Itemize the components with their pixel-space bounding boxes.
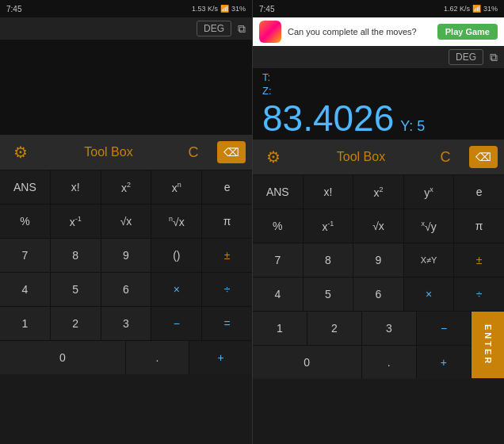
display-area-right: T: Z: 83.4026 Y: 5: [253, 68, 504, 140]
key-xney-right[interactable]: X≠Y: [404, 243, 455, 277]
key-xinv-right[interactable]: x-1: [304, 209, 354, 243]
key-4-left[interactable]: 4: [0, 273, 51, 306]
key-div-left[interactable]: ÷: [202, 273, 252, 306]
copy-icon-right[interactable]: ⧉: [490, 51, 498, 64]
status-left: 7:45: [6, 5, 21, 13]
key-row-5-right: 1 2 3 −: [253, 312, 471, 345]
gear-icon-right[interactable]: ⚙: [253, 147, 294, 166]
key-row-1-right: ANS x! x2 yx e: [253, 174, 504, 209]
toolbox-label-right[interactable]: Tool Box: [294, 150, 428, 164]
key-6-left[interactable]: 6: [101, 273, 152, 306]
key-8-left[interactable]: 8: [51, 239, 101, 272]
key-0-left[interactable]: 0: [0, 341, 126, 374]
notif-play-button[interactable]: Play Game: [437, 24, 498, 40]
status-bar-right: 7:45 1.62 K/s 📶 31%: [253, 0, 504, 17]
toolbox-label-left[interactable]: Tool Box: [41, 145, 176, 159]
key-xn-left[interactable]: xn: [151, 170, 202, 204]
enter-button-right[interactable]: ENTER: [471, 312, 504, 378]
key-sqrt-left[interactable]: √x: [101, 205, 152, 238]
key-1-left[interactable]: 1: [0, 307, 51, 340]
delete-button-right[interactable]: ⌫: [463, 146, 504, 168]
key-pm-right[interactable]: ±: [454, 243, 504, 277]
signal-icon: 📶: [220, 5, 229, 13]
key-mul-left[interactable]: ×: [151, 273, 202, 306]
key-9-right[interactable]: 9: [353, 243, 404, 277]
key-xinv-left[interactable]: x-1: [51, 205, 101, 238]
notification-banner: Can you complete all the moves? Play Gam…: [253, 17, 504, 46]
key-dot-left[interactable]: .: [126, 341, 189, 374]
key-4-right[interactable]: 4: [253, 278, 304, 311]
key-6-right[interactable]: 6: [353, 278, 404, 311]
key-pm-left[interactable]: ±: [202, 239, 252, 272]
deg-button-left[interactable]: DEG: [197, 21, 231, 36]
key-eq-left[interactable]: =: [202, 307, 252, 340]
z-var: Z:: [262, 85, 494, 97]
key-3-right[interactable]: 3: [362, 312, 417, 345]
key-2-left[interactable]: 2: [51, 307, 101, 340]
key-2-right[interactable]: 2: [307, 312, 362, 345]
key-9-left[interactable]: 9: [101, 239, 152, 272]
key-row-5-left: 1 2 3 − =: [0, 306, 252, 340]
key-yx-right[interactable]: yx: [404, 175, 455, 209]
key-xfact-right[interactable]: x!: [304, 175, 354, 209]
key-add-left[interactable]: +: [189, 341, 252, 374]
key-xsq-left[interactable]: x2: [101, 170, 152, 204]
key-row-6-right: 0 . +: [253, 345, 471, 379]
clear-button-left[interactable]: C: [176, 144, 211, 161]
deg-bar-left: DEG ⧉: [0, 17, 252, 40]
key-5-right[interactable]: 5: [304, 278, 354, 311]
key-sub-left[interactable]: −: [151, 307, 202, 340]
time-left: 7:45: [6, 5, 21, 13]
key-e-right[interactable]: e: [454, 175, 504, 209]
key-col-main-right: 1 2 3 − 0 . +: [253, 312, 471, 379]
t-var: T:: [262, 71, 494, 83]
key-nroot-left[interactable]: n√x: [151, 205, 202, 238]
deg-button-right[interactable]: DEG: [449, 49, 483, 65]
key-3-left[interactable]: 3: [101, 307, 152, 340]
speed-left: 1.53 K/s: [192, 5, 218, 13]
copy-icon-left[interactable]: ⧉: [238, 22, 246, 36]
delete-button-left[interactable]: ⌫: [211, 141, 252, 163]
time-right: 7:45: [259, 5, 274, 13]
key-dot-right[interactable]: .: [362, 346, 417, 379]
key-7-right[interactable]: 7: [253, 243, 304, 277]
key-1-right[interactable]: 1: [253, 312, 307, 345]
display-vars: T: Z:: [262, 71, 494, 97]
clear-button-right[interactable]: C: [428, 149, 463, 166]
key-sqrt-right[interactable]: √x: [353, 209, 404, 243]
key-pct-right[interactable]: %: [253, 209, 304, 243]
key-8-right[interactable]: 8: [304, 243, 354, 277]
left-calculator: 7:45 1.53 K/s 📶 31% DEG ⧉ ⚙ Tool Box C ⌫…: [0, 0, 252, 444]
del-icon-right[interactable]: ⌫: [469, 146, 498, 168]
key-xrooty-right[interactable]: x√y: [404, 209, 455, 243]
key-e-left[interactable]: e: [202, 170, 252, 204]
key-pi-right[interactable]: π: [454, 209, 504, 243]
key-div-right[interactable]: ÷: [454, 278, 504, 311]
key-row-1-left: ANS x! x2 xn e: [0, 170, 252, 204]
del-icon-left[interactable]: ⌫: [217, 141, 246, 163]
key-xfact-left[interactable]: x!: [51, 170, 101, 204]
battery-left: 31%: [231, 5, 246, 13]
key-pi-left[interactable]: π: [202, 205, 252, 238]
enter-label: ENTER: [483, 324, 493, 366]
y-var: Y: 5: [400, 118, 425, 135]
status-right-right: 1.62 K/s 📶 31%: [444, 5, 498, 13]
key-row-2-left: % x-1 √x n√x π: [0, 204, 252, 238]
key-ans-left[interactable]: ANS: [0, 170, 51, 204]
keypad-left: ANS x! x2 xn e % x-1 √x n√x π 7 8 9 () ±…: [0, 170, 252, 374]
key-ans-right[interactable]: ANS: [253, 175, 304, 209]
key-5-left[interactable]: 5: [51, 273, 101, 306]
gear-icon-left[interactable]: ⚙: [0, 143, 41, 162]
deg-bar-right: DEG ⧉: [253, 46, 504, 68]
key-paren-left[interactable]: (): [151, 239, 202, 272]
key-mul-right[interactable]: ×: [404, 278, 455, 311]
key-7-left[interactable]: 7: [0, 239, 51, 272]
key-pct-left[interactable]: %: [0, 205, 51, 238]
key-xsq-right[interactable]: x2: [353, 175, 404, 209]
display-main-value: 83.4026: [262, 100, 394, 136]
key-sub-right[interactable]: −: [417, 312, 471, 345]
key-add-right[interactable]: +: [417, 346, 471, 379]
keypad-right: ANS x! x2 yx e % x-1 √x x√y π 7 8 9 X≠Y …: [253, 174, 504, 379]
notif-app-icon: [259, 21, 281, 43]
key-0-right[interactable]: 0: [253, 346, 362, 379]
